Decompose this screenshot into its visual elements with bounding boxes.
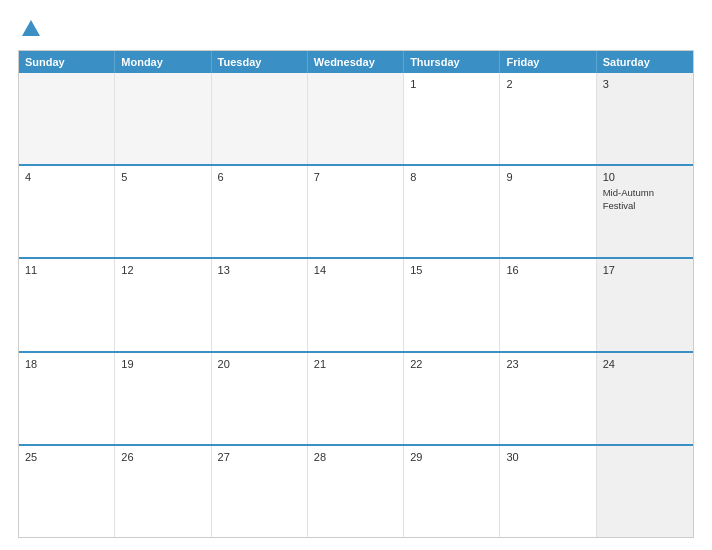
day-cell: 23 bbox=[500, 353, 596, 444]
day-cell bbox=[308, 73, 404, 164]
day-cell: 14 bbox=[308, 259, 404, 350]
weeks: 12345678910Mid-Autumn Festival1112131415… bbox=[19, 73, 693, 537]
day-cell: 17 bbox=[597, 259, 693, 350]
day-number: 19 bbox=[121, 358, 133, 370]
logo bbox=[18, 18, 42, 40]
day-cell: 10Mid-Autumn Festival bbox=[597, 166, 693, 257]
day-cell: 28 bbox=[308, 446, 404, 537]
day-cell: 12 bbox=[115, 259, 211, 350]
day-number: 10 bbox=[603, 171, 615, 183]
day-header-friday: Friday bbox=[500, 51, 596, 73]
day-number: 9 bbox=[506, 171, 512, 183]
day-number: 6 bbox=[218, 171, 224, 183]
calendar: SundayMondayTuesdayWednesdayThursdayFrid… bbox=[18, 50, 694, 538]
day-cell: 29 bbox=[404, 446, 500, 537]
day-cell bbox=[212, 73, 308, 164]
day-cell: 4 bbox=[19, 166, 115, 257]
day-cell: 20 bbox=[212, 353, 308, 444]
day-cell: 8 bbox=[404, 166, 500, 257]
day-number: 4 bbox=[25, 171, 31, 183]
day-number: 28 bbox=[314, 451, 326, 463]
day-cell bbox=[115, 73, 211, 164]
day-number: 3 bbox=[603, 78, 609, 90]
day-cell bbox=[19, 73, 115, 164]
day-number: 12 bbox=[121, 264, 133, 276]
day-number: 20 bbox=[218, 358, 230, 370]
day-cell: 3 bbox=[597, 73, 693, 164]
day-number: 5 bbox=[121, 171, 127, 183]
day-header-thursday: Thursday bbox=[404, 51, 500, 73]
svg-marker-0 bbox=[22, 20, 40, 36]
day-number: 1 bbox=[410, 78, 416, 90]
day-cell: 25 bbox=[19, 446, 115, 537]
day-cell: 7 bbox=[308, 166, 404, 257]
week-row-3: 11121314151617 bbox=[19, 257, 693, 350]
week-row-2: 45678910Mid-Autumn Festival bbox=[19, 164, 693, 257]
day-cell: 30 bbox=[500, 446, 596, 537]
day-number: 17 bbox=[603, 264, 615, 276]
day-cell: 22 bbox=[404, 353, 500, 444]
day-number: 21 bbox=[314, 358, 326, 370]
day-cell: 9 bbox=[500, 166, 596, 257]
day-header-wednesday: Wednesday bbox=[308, 51, 404, 73]
day-number: 29 bbox=[410, 451, 422, 463]
logo-icon bbox=[20, 18, 42, 40]
event-label: Mid-Autumn Festival bbox=[603, 187, 687, 212]
day-cell: 11 bbox=[19, 259, 115, 350]
day-cell: 6 bbox=[212, 166, 308, 257]
day-number: 25 bbox=[25, 451, 37, 463]
day-cell: 16 bbox=[500, 259, 596, 350]
day-cell: 1 bbox=[404, 73, 500, 164]
day-number: 11 bbox=[25, 264, 37, 276]
day-header-sunday: Sunday bbox=[19, 51, 115, 73]
day-cell: 2 bbox=[500, 73, 596, 164]
day-number: 14 bbox=[314, 264, 326, 276]
day-number: 18 bbox=[25, 358, 37, 370]
day-cell: 27 bbox=[212, 446, 308, 537]
day-cell: 19 bbox=[115, 353, 211, 444]
day-number: 15 bbox=[410, 264, 422, 276]
day-header-tuesday: Tuesday bbox=[212, 51, 308, 73]
page: SundayMondayTuesdayWednesdayThursdayFrid… bbox=[0, 0, 712, 550]
day-cell: 18 bbox=[19, 353, 115, 444]
day-number: 24 bbox=[603, 358, 615, 370]
day-cell: 13 bbox=[212, 259, 308, 350]
day-cell: 26 bbox=[115, 446, 211, 537]
day-number: 2 bbox=[506, 78, 512, 90]
week-row-5: 252627282930 bbox=[19, 444, 693, 537]
day-number: 26 bbox=[121, 451, 133, 463]
day-number: 22 bbox=[410, 358, 422, 370]
day-number: 23 bbox=[506, 358, 518, 370]
day-number: 30 bbox=[506, 451, 518, 463]
day-number: 13 bbox=[218, 264, 230, 276]
day-number: 8 bbox=[410, 171, 416, 183]
day-cell: 5 bbox=[115, 166, 211, 257]
day-cell: 24 bbox=[597, 353, 693, 444]
day-cell: 21 bbox=[308, 353, 404, 444]
header bbox=[18, 18, 694, 40]
day-cell bbox=[597, 446, 693, 537]
day-number: 27 bbox=[218, 451, 230, 463]
week-row-1: 123 bbox=[19, 73, 693, 164]
day-headers: SundayMondayTuesdayWednesdayThursdayFrid… bbox=[19, 51, 693, 73]
day-header-saturday: Saturday bbox=[597, 51, 693, 73]
day-cell: 15 bbox=[404, 259, 500, 350]
week-row-4: 18192021222324 bbox=[19, 351, 693, 444]
day-number: 16 bbox=[506, 264, 518, 276]
day-number: 7 bbox=[314, 171, 320, 183]
day-header-monday: Monday bbox=[115, 51, 211, 73]
